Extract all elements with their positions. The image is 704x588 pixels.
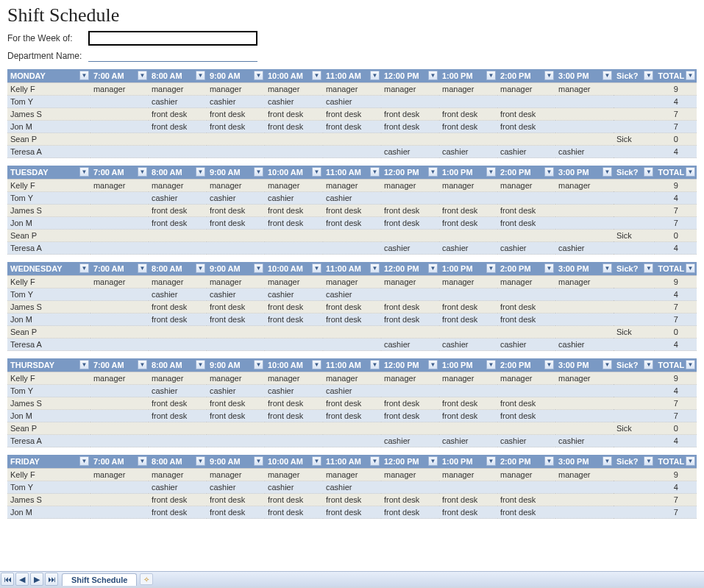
shift-cell[interactable] xyxy=(90,192,149,205)
column-header-day[interactable]: TUESDAY▼ xyxy=(7,166,90,180)
shift-cell[interactable]: cashier xyxy=(497,146,555,158)
column-header-time-5[interactable]: 12:00 PM▼ xyxy=(381,166,439,180)
shift-cell[interactable] xyxy=(149,326,207,339)
shift-cell[interactable] xyxy=(439,422,497,435)
column-header-time-3[interactable]: 10:00 AM▼ xyxy=(265,69,323,83)
column-header-time-7[interactable]: 2:00 PM▼ xyxy=(497,455,555,469)
shift-cell[interactable]: cashier xyxy=(381,146,439,158)
shift-cell[interactable] xyxy=(555,230,614,242)
shift-cell[interactable] xyxy=(497,385,555,397)
column-header-time-8[interactable]: 3:00 PM▼ xyxy=(555,358,614,372)
sick-cell[interactable] xyxy=(614,314,655,326)
shift-cell[interactable] xyxy=(439,133,497,146)
shift-cell[interactable]: front desk xyxy=(381,121,439,133)
column-header-time-6[interactable]: 1:00 PM▼ xyxy=(439,69,497,83)
filter-dropdown-icon[interactable]: ▼ xyxy=(602,360,612,369)
shift-cell[interactable]: cashier xyxy=(439,435,497,447)
column-header-time-4[interactable]: 11:00 AM▼ xyxy=(323,358,381,372)
shift-cell[interactable] xyxy=(497,230,555,242)
shift-cell[interactable]: front desk xyxy=(439,108,497,121)
column-header-time-0[interactable]: 7:00 AM▼ xyxy=(90,358,149,372)
shift-cell[interactable]: manager xyxy=(555,469,614,481)
shift-cell[interactable]: front desk xyxy=(149,205,207,217)
shift-cell[interactable]: cashier xyxy=(439,146,497,158)
filter-dropdown-icon[interactable]: ▼ xyxy=(486,263,496,273)
column-header-time-2[interactable]: 9:00 AM▼ xyxy=(207,455,265,469)
shift-cell[interactable] xyxy=(90,314,149,326)
shift-cell[interactable]: front desk xyxy=(439,410,497,422)
shift-cell[interactable]: front desk xyxy=(207,301,265,314)
filter-dropdown-icon[interactable]: ▼ xyxy=(644,456,653,466)
column-header-time-7[interactable]: 2:00 PM▼ xyxy=(497,262,555,276)
sick-cell[interactable] xyxy=(614,288,655,301)
shift-cell[interactable] xyxy=(90,397,149,410)
sick-cell[interactable] xyxy=(614,435,655,447)
filter-dropdown-icon[interactable]: ▼ xyxy=(486,71,496,80)
employee-name[interactable]: Teresa A xyxy=(7,339,90,351)
shift-cell[interactable] xyxy=(149,146,207,158)
shift-cell[interactable]: manager xyxy=(381,372,439,385)
shift-cell[interactable]: cashier xyxy=(497,242,555,255)
shift-cell[interactable] xyxy=(323,242,381,255)
filter-dropdown-icon[interactable]: ▼ xyxy=(196,71,205,80)
shift-cell[interactable]: front desk xyxy=(381,314,439,326)
shift-cell[interactable]: front desk xyxy=(381,410,439,422)
filter-dropdown-icon[interactable]: ▼ xyxy=(644,360,653,369)
shift-cell[interactable]: front desk xyxy=(207,494,265,506)
shift-cell[interactable]: manager xyxy=(555,83,614,96)
sick-cell[interactable]: Sick xyxy=(614,326,655,339)
shift-cell[interactable]: front desk xyxy=(497,397,555,410)
week-of-input[interactable] xyxy=(88,31,257,46)
column-header-total[interactable]: TOTAL▼ xyxy=(655,69,697,83)
shift-cell[interactable] xyxy=(90,217,149,230)
column-header-time-5[interactable]: 12:00 PM▼ xyxy=(381,69,439,83)
sick-cell[interactable] xyxy=(614,372,655,385)
filter-dropdown-icon[interactable]: ▼ xyxy=(602,71,612,80)
filter-dropdown-icon[interactable]: ▼ xyxy=(79,167,89,177)
shift-cell[interactable] xyxy=(90,242,149,255)
shift-cell[interactable]: manager xyxy=(381,83,439,96)
employee-name[interactable]: Jon M xyxy=(7,121,90,133)
shift-cell[interactable]: front desk xyxy=(265,108,323,121)
filter-dropdown-icon[interactable]: ▼ xyxy=(428,263,438,273)
shift-cell[interactable]: front desk xyxy=(439,217,497,230)
shift-cell[interactable]: cashier xyxy=(149,288,207,301)
shift-cell[interactable] xyxy=(555,301,614,314)
sick-cell[interactable] xyxy=(614,146,655,158)
sick-cell[interactable] xyxy=(614,242,655,255)
shift-cell[interactable] xyxy=(90,146,149,158)
shift-cell[interactable] xyxy=(265,230,323,242)
sick-cell[interactable] xyxy=(614,121,655,133)
column-header-day[interactable]: MONDAY▼ xyxy=(7,69,90,83)
shift-cell[interactable]: cashier xyxy=(207,288,265,301)
shift-cell[interactable]: front desk xyxy=(149,301,207,314)
shift-cell[interactable]: cashier xyxy=(323,288,381,301)
shift-cell[interactable] xyxy=(265,326,323,339)
column-header-time-3[interactable]: 10:00 AM▼ xyxy=(265,262,323,276)
shift-cell[interactable]: front desk xyxy=(265,397,323,410)
column-header-total[interactable]: TOTAL▼ xyxy=(655,358,697,372)
shift-cell[interactable]: cashier xyxy=(381,242,439,255)
column-header-day[interactable]: THURSDAY▼ xyxy=(7,358,90,372)
shift-cell[interactable]: front desk xyxy=(497,108,555,121)
column-header-time-0[interactable]: 7:00 AM▼ xyxy=(90,166,149,180)
shift-cell[interactable] xyxy=(265,339,323,351)
shift-cell[interactable]: cashier xyxy=(381,339,439,351)
shift-cell[interactable]: manager xyxy=(149,372,207,385)
sick-cell[interactable]: Sick xyxy=(614,133,655,146)
shift-cell[interactable]: cashier xyxy=(149,385,207,397)
filter-dropdown-icon[interactable]: ▼ xyxy=(486,360,496,369)
shift-cell[interactable]: manager xyxy=(323,180,381,192)
filter-dropdown-icon[interactable]: ▼ xyxy=(79,456,89,466)
shift-cell[interactable] xyxy=(149,242,207,255)
employee-name[interactable]: Tom Y xyxy=(7,96,90,108)
shift-cell[interactable] xyxy=(497,96,555,108)
sick-cell[interactable] xyxy=(614,108,655,121)
shift-cell[interactable]: cashier xyxy=(497,339,555,351)
shift-cell[interactable] xyxy=(381,192,439,205)
shift-cell[interactable]: cashier xyxy=(497,435,555,447)
shift-cell[interactable]: cashier xyxy=(265,96,323,108)
employee-name[interactable]: Jon M xyxy=(7,410,90,422)
shift-cell[interactable] xyxy=(90,339,149,351)
employee-name[interactable]: Sean P xyxy=(7,422,90,435)
